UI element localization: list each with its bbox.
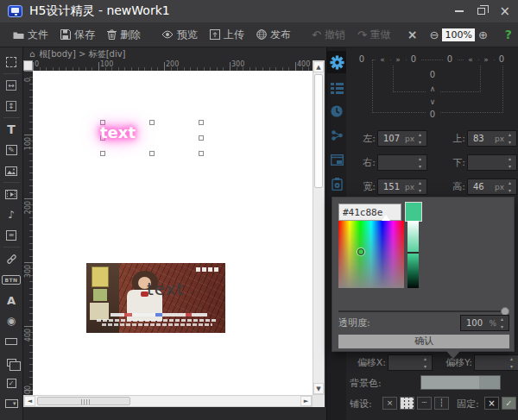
nudge-left-icon[interactable]: «: [376, 54, 389, 65]
tool-form[interactable]: ≡: [0, 225, 23, 246]
minimize-button[interactable]: [455, 10, 464, 12]
bottom-input[interactable]: [467, 154, 517, 171]
vertical-scrollbar[interactable]: ▲ ▼: [313, 60, 325, 395]
selected-text-element[interactable]: text: [100, 123, 136, 141]
scroll-right-button[interactable]: ►: [300, 396, 312, 406]
close-button[interactable]: ×: [499, 6, 510, 17]
upload-button[interactable]: 上传: [205, 25, 249, 45]
scroll-up-button[interactable]: ▲: [313, 61, 324, 72]
zoom-in-icon[interactable]: ⊕: [478, 29, 488, 41]
tool-marquee[interactable]: [0, 52, 23, 72]
tool-audio[interactable]: ♪: [0, 204, 23, 225]
current-color-swatch[interactable]: [405, 202, 422, 222]
margin-bottom-value[interactable]: 0: [426, 110, 439, 120]
opacity-slider[interactable]: [338, 310, 509, 312]
horizontal-scroll-thumb[interactable]: [37, 397, 130, 405]
selection-handle-ne[interactable]: [199, 120, 204, 125]
tool-resize-vertical[interactable]: ↕: [0, 96, 23, 116]
background-color-swatch[interactable]: [420, 375, 501, 390]
tiling-repeat-x-button[interactable]: ┄: [417, 397, 432, 410]
file-button[interactable]: 文件: [9, 25, 53, 45]
tool-window[interactable]: [0, 352, 23, 373]
offset-x-input[interactable]: [388, 354, 433, 371]
stepper-icon[interactable]: [417, 132, 426, 145]
layer-tree-tab[interactable]: [327, 77, 346, 99]
tool-link[interactable]: [0, 248, 23, 269]
image-element[interactable]: text: [86, 263, 225, 333]
design-canvas[interactable]: text text: [33, 71, 313, 395]
vertical-scroll-thumb[interactable]: [314, 74, 323, 188]
padding-right-value[interactable]: 0: [443, 54, 457, 65]
stepper-icon[interactable]: [417, 180, 426, 193]
scroll-down-button[interactable]: ▼: [313, 383, 324, 394]
undo-button[interactable]: ↶ 撤销: [307, 25, 350, 45]
tiling-repeat-y-button[interactable]: ┆: [434, 397, 449, 410]
hex-color-input[interactable]: [338, 204, 401, 221]
padding-center-value[interactable]: 0: [426, 70, 439, 80]
timer-tab[interactable]: [327, 100, 346, 122]
preview-button[interactable]: 预览: [157, 25, 202, 45]
tool-input[interactable]: [0, 331, 23, 352]
tiling-none-button[interactable]: ×: [382, 397, 397, 410]
tool-rich-text[interactable]: ✎: [0, 140, 23, 160]
window-code-tab[interactable]: [327, 148, 346, 171]
top-input[interactable]: 83px: [467, 130, 517, 147]
saturation-gradient[interactable]: [338, 221, 404, 288]
delete-button[interactable]: 删除: [103, 25, 145, 45]
nudge-right-icon[interactable]: »: [479, 54, 493, 65]
selection-handle-e[interactable]: [199, 135, 204, 141]
close-tool-icon[interactable]: ×: [407, 29, 418, 41]
stepper-icon[interactable]: [422, 356, 431, 369]
nudge-up-icon[interactable]: ∧: [426, 84, 439, 94]
fixed-on-button[interactable]: ✓: [502, 397, 516, 410]
settings-tab[interactable]: [327, 51, 346, 73]
nudge-left-icon[interactable]: «: [464, 54, 477, 65]
tool-image[interactable]: [0, 160, 23, 181]
selection-handle-se[interactable]: [199, 151, 204, 156]
tool-checkbox[interactable]: ✓: [0, 373, 23, 393]
stepper-icon[interactable]: [499, 317, 508, 329]
tool-text[interactable]: T: [0, 119, 23, 140]
brightness-marker[interactable]: [407, 252, 419, 254]
clipboard-settings-tab[interactable]: [327, 172, 346, 195]
stepper-icon[interactable]: [507, 156, 515, 169]
confirm-button[interactable]: 确认: [338, 335, 509, 348]
nudge-down-icon[interactable]: ∨: [426, 97, 439, 107]
stepper-icon[interactable]: [417, 156, 426, 169]
tool-radio[interactable]: ◉: [0, 310, 23, 331]
stepper-icon[interactable]: [507, 132, 515, 145]
breadcrumb[interactable]: ⌂ 根[body] > 标签[div]: [23, 47, 326, 60]
stepper-icon[interactable]: [509, 356, 517, 369]
zoom-level-value[interactable]: 100%: [442, 28, 474, 41]
tool-resize-horizontal[interactable]: ↔: [0, 75, 23, 96]
fixed-off-button[interactable]: ×: [484, 397, 499, 410]
redo-button[interactable]: ↷ 重做: [353, 25, 395, 45]
publish-button[interactable]: 发布: [252, 25, 295, 45]
horizontal-scrollbar[interactable]: ◄ ►: [23, 395, 313, 407]
offset-y-input[interactable]: [474, 354, 518, 371]
opacity-input[interactable]: 100 %: [460, 315, 509, 331]
height-input[interactable]: 46px: [467, 179, 517, 195]
left-input[interactable]: 107px: [377, 130, 427, 147]
help-icon[interactable]: ?: [505, 28, 512, 41]
tool-font[interactable]: A: [0, 290, 23, 310]
width-input[interactable]: 151px: [377, 179, 427, 195]
stepper-icon[interactable]: [507, 180, 515, 193]
margin-left-value[interactable]: 0: [355, 54, 369, 65]
selection-handle-n[interactable]: [149, 120, 155, 125]
selection-handle-sw[interactable]: [100, 151, 105, 156]
selection-handle-s[interactable]: [149, 151, 155, 156]
save-button[interactable]: 保存: [56, 25, 99, 45]
margin-right-value[interactable]: 0: [495, 54, 509, 65]
nudge-right-icon[interactable]: »: [391, 54, 405, 65]
tiling-repeat-button[interactable]: [400, 397, 414, 410]
right-input[interactable]: [377, 154, 427, 171]
zoom-out-icon[interactable]: ⊖: [430, 29, 439, 41]
color-cursor-icon[interactable]: [357, 248, 364, 255]
tool-video[interactable]: [0, 184, 23, 204]
restore-button[interactable]: [477, 8, 485, 15]
tool-dropdown[interactable]: ▾: [0, 393, 23, 414]
share-tab[interactable]: [327, 124, 346, 147]
tool-button[interactable]: BTN: [0, 269, 23, 290]
brightness-bar[interactable]: [407, 221, 419, 288]
